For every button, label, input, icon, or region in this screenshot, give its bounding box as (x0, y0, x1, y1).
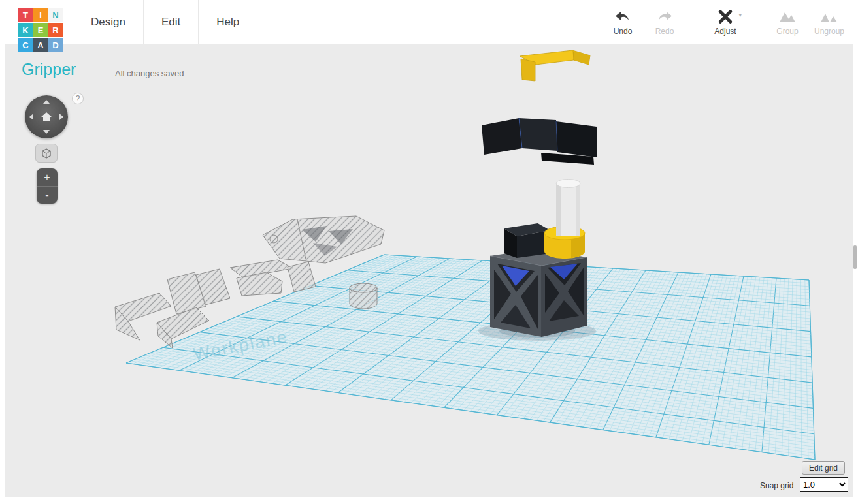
cube-icon (41, 148, 52, 159)
undo-button[interactable]: Undo (602, 9, 644, 36)
zoom-out-button[interactable]: - (37, 186, 58, 204)
piston-shaft[interactable] (556, 180, 580, 237)
adjust-icon (716, 9, 735, 25)
group-button[interactable]: Group (767, 9, 808, 36)
menu-design[interactable]: Design (73, 0, 144, 44)
adjust-caret-icon: ▾ (738, 12, 742, 18)
logo-tile-a: A (33, 38, 48, 52)
rotate-down-arrow[interactable] (43, 130, 50, 134)
adjust-label: Adjust (714, 27, 736, 36)
logo-tile-e: E (33, 23, 48, 37)
tinkercad-logo[interactable]: T I N K E R C A D (18, 8, 63, 52)
rotate-right-arrow[interactable] (59, 114, 63, 120)
lattice-base-box[interactable] (478, 249, 596, 341)
redo-button[interactable]: Redo (644, 9, 685, 36)
zoom-controls: + - (37, 168, 58, 204)
logo-tile-t: T (18, 8, 33, 22)
scrollbar-thumb[interactable] (853, 245, 857, 269)
redo-icon (656, 9, 673, 25)
action-toolbar: Undo Redo ▾ Adjust Group (602, 9, 850, 36)
logo-tile-d: D (48, 38, 63, 52)
undo-icon (614, 9, 631, 25)
undo-label: Undo (614, 27, 633, 36)
snap-grid-label: Snap grid (760, 481, 793, 490)
menu-help[interactable]: Help (199, 0, 257, 44)
ungroup-label: Ungroup (814, 27, 844, 36)
zoom-in-button[interactable]: + (37, 168, 58, 186)
ungroup-icon (819, 9, 839, 25)
logo-tile-n: N (48, 8, 63, 22)
edit-grid-button[interactable]: Edit grid (802, 461, 845, 475)
logo-tile-r: R (48, 23, 63, 37)
adjust-button[interactable]: ▾ Adjust (702, 9, 748, 36)
menu-edit[interactable]: Edit (144, 0, 199, 44)
top-toolbar: T I N K E R C A D Design Edit Help Undo … (0, 0, 858, 44)
group-label: Group (776, 27, 798, 36)
redo-label: Redo (655, 27, 674, 36)
yellow-arm[interactable] (520, 50, 590, 81)
view-navigation-wheel[interactable] (25, 95, 68, 138)
ungroup-button[interactable]: Ungroup (808, 9, 850, 36)
logo-tile-k: K (18, 23, 33, 37)
home-view-icon[interactable] (41, 112, 52, 122)
rotate-up-arrow[interactable] (43, 100, 50, 104)
design-title: Gripper (22, 60, 76, 79)
save-status: All changes saved (115, 69, 184, 78)
snap-grid-select[interactable]: 1.0 (800, 477, 848, 492)
main-menu: Design Edit Help (73, 0, 257, 44)
workplane[interactable]: Workplane (126, 255, 815, 460)
help-badge[interactable]: ? (72, 93, 84, 104)
gripper-jaw-assembly[interactable] (482, 118, 597, 165)
motor-block[interactable] (504, 223, 550, 258)
fit-view-button[interactable] (35, 144, 58, 163)
logo-tile-i: I (33, 8, 48, 22)
group-icon (778, 9, 797, 25)
rotate-left-arrow[interactable] (29, 114, 33, 120)
logo-tile-c: C (18, 38, 33, 52)
